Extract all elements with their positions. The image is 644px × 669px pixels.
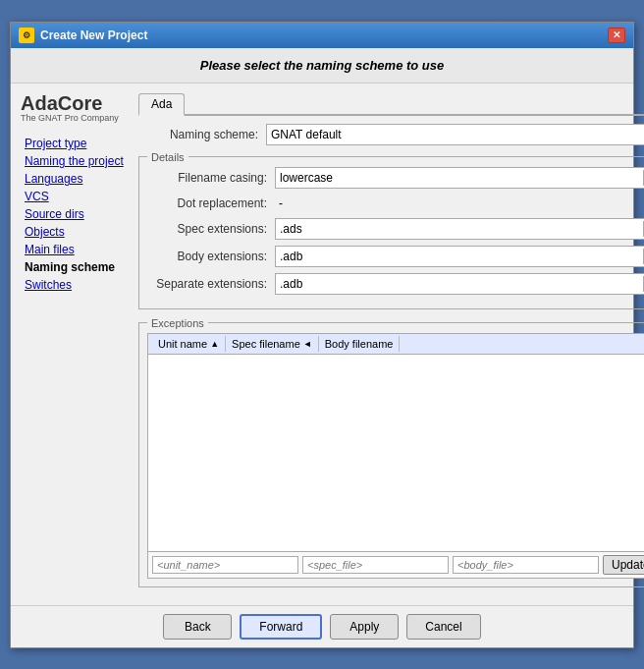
tab-bar: Ada [138, 93, 644, 116]
sidebar-item-naming-scheme[interactable]: Naming scheme [21, 258, 129, 276]
col-spec-filename-sort: ◄ [303, 339, 312, 349]
naming-scheme-control: GNAT default ▼ [266, 124, 644, 145]
spec-extensions-control: .ads ▼ [275, 218, 644, 240]
naming-scheme-value: GNAT default [271, 128, 342, 141]
body-extensions-control: .adb ▼ [275, 246, 644, 267]
exceptions-body [148, 355, 644, 551]
sidebar-item-naming-project[interactable]: Naming the project [21, 152, 129, 170]
separate-extensions-label: Separate extensions: [147, 277, 275, 291]
filename-casing-row: Filename casing: lowercase ▼ [147, 167, 644, 189]
apply-button[interactable]: Apply [330, 614, 399, 640]
close-button[interactable]: ✕ [608, 28, 625, 43]
filename-casing-control: lowercase ▼ [275, 167, 644, 189]
update-button[interactable]: Update [603, 555, 644, 575]
dot-replacement-control: - [275, 195, 644, 212]
separate-extensions-row: Separate extensions: .adb ▼ [147, 273, 644, 295]
sidebar-item-languages[interactable]: Languages [21, 170, 129, 188]
sidebar-item-source-dirs[interactable]: Source dirs [21, 205, 129, 223]
title-bar: ⚙ Create New Project ✕ [11, 23, 633, 48]
window-header: Please select the naming scheme to use [11, 48, 633, 84]
sidebar-item-switches[interactable]: Switches [21, 276, 129, 294]
spec-extensions-dropdown[interactable]: .ads ▼ [275, 218, 644, 240]
naming-scheme-dropdown[interactable]: GNAT default ▼ [266, 124, 644, 145]
header-text: Please select the naming scheme to use [200, 58, 445, 73]
body-file-input[interactable] [453, 556, 599, 574]
details-fieldset: Details Filename casing: lowercase ▼ Dot… [138, 151, 644, 309]
col-unit-name-label: Unit name [158, 338, 207, 350]
col-header-body-filename[interactable]: Body filename [319, 336, 401, 352]
col-body-filename-label: Body filename [325, 338, 394, 350]
spec-extensions-row: Spec extensions: .ads ▼ [147, 218, 644, 240]
separate-extensions-dropdown[interactable]: .adb ▼ [275, 273, 644, 295]
exceptions-legend: Exceptions [147, 317, 208, 329]
adacore-logo: AdaCore The GNAT Pro Company [21, 93, 129, 124]
body-extensions-dropdown[interactable]: .adb ▼ [275, 246, 644, 267]
body-extensions-value: .adb [280, 250, 302, 263]
body-extensions-label: Body extensions: [147, 250, 275, 263]
spec-file-input[interactable] [302, 556, 449, 574]
exceptions-header: Unit name ▲ Spec filename ◄ Body filenam… [148, 334, 644, 355]
exceptions-table: Unit name ▲ Spec filename ◄ Body filenam… [147, 333, 644, 579]
separate-extensions-control: .adb ▼ [275, 273, 644, 295]
tab-ada[interactable]: Ada [138, 93, 185, 116]
adacore-name: AdaCore [21, 93, 129, 113]
sidebar-item-project-type[interactable]: Project type [21, 135, 129, 152]
forward-button[interactable]: Forward [240, 614, 322, 640]
adacore-tagline: The GNAT Pro Company [21, 113, 129, 124]
window-title: Create New Project [40, 28, 147, 42]
spec-extensions-value: .ads [280, 222, 302, 236]
main-window: ⚙ Create New Project ✕ Please select the… [10, 22, 634, 648]
naming-scheme-label: Naming scheme: [138, 128, 266, 141]
filename-casing-label: Filename casing: [147, 171, 275, 185]
sidebar-item-main-files[interactable]: Main files [21, 241, 129, 258]
col-header-spec-filename[interactable]: Spec filename ◄ [226, 336, 319, 352]
details-legend: Details [147, 151, 188, 163]
sidebar-item-vcs[interactable]: VCS [21, 188, 129, 205]
back-button[interactable]: Back [163, 614, 232, 640]
spec-extensions-label: Spec extensions: [147, 222, 275, 236]
body-extensions-row: Body extensions: .adb ▼ [147, 246, 644, 267]
naming-scheme-row: Naming scheme: GNAT default ▼ [138, 124, 644, 145]
cancel-button[interactable]: Cancel [406, 614, 480, 640]
window-icon: ⚙ [19, 28, 34, 43]
dot-replacement-row: Dot replacement: - [147, 195, 644, 212]
separate-extensions-value: .adb [280, 277, 302, 291]
col-spec-filename-label: Spec filename [232, 338, 300, 350]
exceptions-footer: Update [148, 551, 644, 578]
filename-casing-value: lowercase [280, 171, 333, 185]
dot-replacement-label: Dot replacement: [147, 196, 275, 210]
exceptions-fieldset: Exceptions Unit name ▲ Spec filename ◄ [138, 317, 644, 587]
col-unit-name-sort: ▲ [210, 339, 219, 349]
window-body: AdaCore The GNAT Pro Company Project typ… [11, 84, 633, 605]
title-bar-left: ⚙ Create New Project [19, 28, 147, 43]
unit-name-input[interactable] [152, 556, 298, 574]
col-header-unit-name[interactable]: Unit name ▲ [152, 336, 226, 352]
main-content: Ada Naming scheme: GNAT default ▼ Detail… [138, 93, 644, 595]
filename-casing-dropdown[interactable]: lowercase ▼ [275, 167, 644, 189]
sidebar-item-objects[interactable]: Objects [21, 223, 129, 241]
sidebar: AdaCore The GNAT Pro Company Project typ… [21, 93, 129, 595]
window-footer: Back Forward Apply Cancel [11, 605, 633, 647]
dot-replacement-value: - [275, 195, 287, 212]
